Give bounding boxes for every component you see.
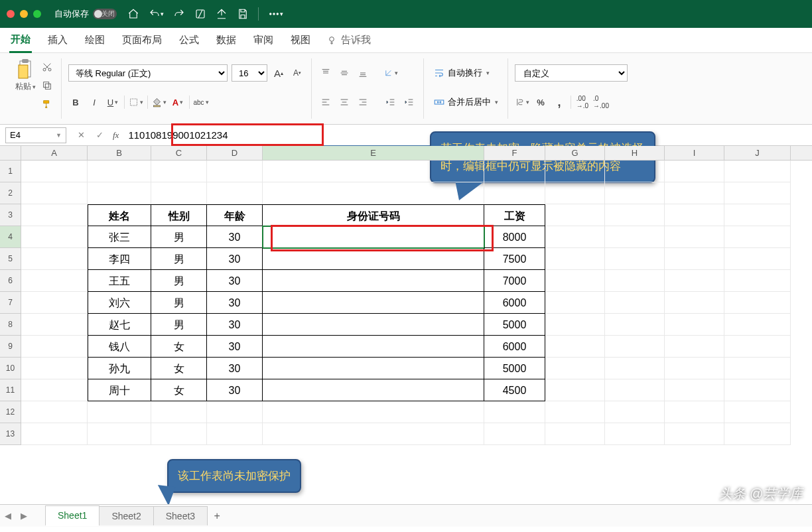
empty-cell[interactable] xyxy=(605,226,665,248)
empty-cell[interactable] xyxy=(665,401,724,423)
zoom-window-icon[interactable] xyxy=(33,10,41,18)
save-icon[interactable] xyxy=(237,8,249,20)
empty-cell[interactable] xyxy=(21,423,88,445)
underline-button[interactable]: U xyxy=(105,95,120,109)
row-header[interactable]: 12 xyxy=(0,401,21,423)
data-cell[interactable]: 30 xyxy=(207,226,263,248)
empty-cell[interactable] xyxy=(545,270,605,292)
tab-draw[interactable]: 绘图 xyxy=(84,29,106,52)
row-header[interactable]: 3 xyxy=(0,204,21,226)
increase-indent-icon[interactable] xyxy=(402,95,417,109)
empty-cell[interactable] xyxy=(605,379,665,401)
empty-cell[interactable] xyxy=(21,248,88,270)
empty-cell[interactable] xyxy=(21,379,88,401)
align-left-icon[interactable] xyxy=(318,95,333,109)
empty-cell[interactable] xyxy=(605,314,665,336)
empty-cell[interactable] xyxy=(545,314,605,336)
empty-cell[interactable] xyxy=(605,292,665,314)
empty-cell[interactable] xyxy=(605,336,665,358)
empty-cell[interactable] xyxy=(21,358,88,379)
format-painter-icon[interactable] xyxy=(40,97,54,111)
data-cell[interactable] xyxy=(263,336,484,358)
data-cell[interactable] xyxy=(263,314,484,336)
empty-cell[interactable] xyxy=(88,182,151,204)
data-cell[interactable]: 女 xyxy=(151,358,207,379)
empty-cell[interactable] xyxy=(665,423,724,445)
sheet-tab-2[interactable]: Sheet2 xyxy=(99,506,153,525)
spreadsheet-grid[interactable]: A B C D E F G H I J 123姓名性别年龄身份证号码工资4张三男… xyxy=(0,146,812,513)
data-cell[interactable] xyxy=(263,379,484,401)
empty-cell[interactable] xyxy=(724,314,791,336)
empty-cell[interactable] xyxy=(207,401,263,423)
empty-cell[interactable] xyxy=(724,182,791,204)
data-cell[interactable]: 6000 xyxy=(484,292,545,314)
empty-cell[interactable] xyxy=(21,270,88,292)
tab-review[interactable]: 审阅 xyxy=(252,29,275,52)
data-cell[interactable]: 5000 xyxy=(484,358,545,379)
tab-formulas[interactable]: 公式 xyxy=(178,29,200,52)
data-cell[interactable]: 6000 xyxy=(484,336,545,358)
row-header[interactable]: 13 xyxy=(0,423,21,445)
sheet-nav-prev[interactable]: ◀ xyxy=(0,511,16,521)
cancel-formula-icon[interactable]: ✕ xyxy=(72,130,90,140)
empty-cell[interactable] xyxy=(605,204,665,226)
data-cell[interactable]: 女 xyxy=(151,379,207,401)
empty-cell[interactable] xyxy=(21,226,88,248)
empty-cell[interactable] xyxy=(545,204,605,226)
data-cell[interactable]: 男 xyxy=(151,248,207,270)
confirm-formula-icon[interactable]: ✓ xyxy=(90,130,109,140)
empty-cell[interactable] xyxy=(605,248,665,270)
tab-insert[interactable]: 插入 xyxy=(46,29,69,52)
tell-me-search[interactable]: 告诉我 xyxy=(326,34,371,46)
col-header-i[interactable]: I xyxy=(665,146,724,160)
percent-format-icon[interactable]: % xyxy=(533,95,548,109)
empty-cell[interactable] xyxy=(605,401,665,423)
col-header-a[interactable]: A xyxy=(21,146,88,160)
merge-center-button[interactable]: 合并后居中 xyxy=(431,95,501,109)
empty-cell[interactable] xyxy=(724,379,791,401)
sheet-tab-1[interactable]: Sheet1 xyxy=(45,505,100,526)
sheet-nav-next[interactable]: ▶ xyxy=(16,511,32,521)
col-header-e[interactable]: E xyxy=(263,146,484,160)
data-cell[interactable]: 刘六 xyxy=(88,292,151,314)
data-cell[interactable] xyxy=(263,292,484,314)
empty-cell[interactable] xyxy=(21,204,88,226)
row-header[interactable]: 9 xyxy=(0,336,21,358)
data-cell[interactable]: 30 xyxy=(207,314,263,336)
tab-view[interactable]: 视图 xyxy=(289,29,312,52)
data-cell[interactable]: 李四 xyxy=(88,248,151,270)
accounting-format-icon[interactable] xyxy=(515,95,529,109)
empty-cell[interactable] xyxy=(605,182,665,204)
decrease-decimal-icon[interactable]: .0→.00 xyxy=(594,95,608,109)
empty-cell[interactable] xyxy=(724,358,791,379)
empty-cell[interactable] xyxy=(724,292,791,314)
empty-cell[interactable] xyxy=(21,314,88,336)
empty-cell[interactable] xyxy=(545,161,605,182)
empty-cell[interactable] xyxy=(665,336,724,358)
autosave-toggle[interactable]: 自动保存 关闭 xyxy=(54,8,117,20)
empty-cell[interactable] xyxy=(484,401,545,423)
data-cell[interactable]: 身份证号码 xyxy=(263,204,484,226)
data-cell[interactable]: 30 xyxy=(207,248,263,270)
empty-cell[interactable] xyxy=(605,270,665,292)
col-header-g[interactable]: G xyxy=(545,146,605,160)
phonetic-button[interactable]: abc xyxy=(194,95,208,109)
row-header[interactable]: 11 xyxy=(0,379,21,401)
tab-page-layout[interactable]: 页面布局 xyxy=(121,29,163,52)
empty-cell[interactable] xyxy=(545,292,605,314)
empty-cell[interactable] xyxy=(484,161,545,182)
data-cell[interactable]: 男 xyxy=(151,226,207,248)
row-header[interactable]: 8 xyxy=(0,314,21,336)
empty-cell[interactable] xyxy=(484,182,545,204)
data-cell[interactable] xyxy=(263,358,484,379)
empty-cell[interactable] xyxy=(263,401,484,423)
cut-icon[interactable] xyxy=(40,60,54,74)
minimize-window-icon[interactable] xyxy=(20,10,28,18)
data-cell[interactable] xyxy=(263,270,484,292)
empty-cell[interactable] xyxy=(665,161,724,182)
comma-format-icon[interactable]: , xyxy=(552,95,567,109)
empty-cell[interactable] xyxy=(605,161,665,182)
row-header[interactable]: 1 xyxy=(0,161,21,182)
data-cell[interactable]: 30 xyxy=(207,379,263,401)
row-header[interactable]: 4 xyxy=(0,226,21,248)
